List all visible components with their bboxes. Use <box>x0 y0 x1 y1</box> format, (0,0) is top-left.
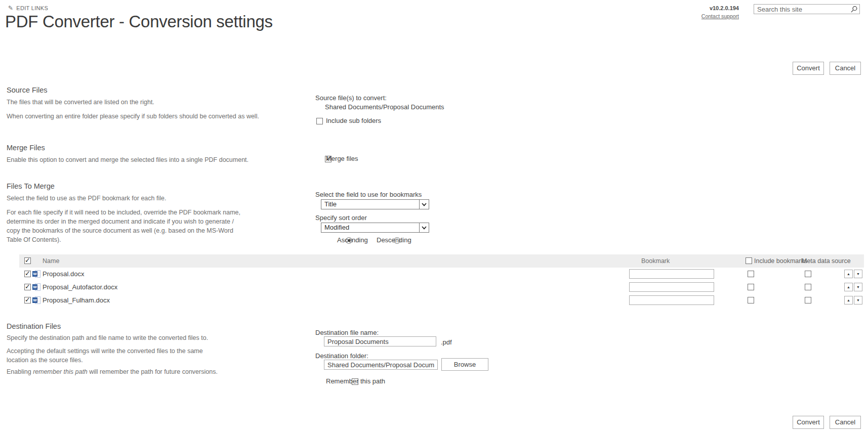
move-down-button[interactable]: ▼ <box>854 296 862 304</box>
bookmark-input[interactable] <box>629 269 714 279</box>
bookmark-input[interactable] <box>629 295 714 305</box>
destination-desc3: Enabling remember this path will remembe… <box>7 367 320 376</box>
destination-folder-label: Destination folder: <box>315 352 368 360</box>
browse-button[interactable]: Browse <box>441 358 488 371</box>
files-table: Name Bookmark Include bookmarks Meta dat… <box>19 254 864 307</box>
contact-support-link[interactable]: Contact support <box>701 13 739 19</box>
pdf-extension-label: .pdf <box>441 338 452 346</box>
source-files-desc1: The files that will be converted are lis… <box>7 98 290 107</box>
select-all-checkbox[interactable] <box>24 257 31 264</box>
table-row: W Proposal.docx ▲ ▼ <box>19 268 864 281</box>
move-up-button[interactable]: ▲ <box>844 270 853 278</box>
search-box <box>754 4 860 14</box>
row-include-bookmarks-checkbox[interactable] <box>748 297 754 303</box>
descending-label[interactable]: Descending <box>377 236 411 244</box>
row-meta-checkbox[interactable] <box>805 271 811 277</box>
source-files-heading: Source Files <box>7 86 48 94</box>
chevron-down-icon[interactable] <box>419 200 429 209</box>
destination-desc2: Accepting the default settings will writ… <box>7 346 225 365</box>
source-files-value: Shared Documents/Proposal Documents <box>325 103 444 111</box>
row-select-checkbox[interactable] <box>24 284 31 290</box>
merge-files-label[interactable]: Merge files <box>326 155 358 162</box>
convert-button-top[interactable]: Convert <box>793 62 824 75</box>
edit-links-button[interactable]: ✎EDIT LINKS <box>8 5 48 12</box>
column-header-bookmark: Bookmark <box>641 254 670 268</box>
row-include-bookmarks-checkbox[interactable] <box>748 271 754 277</box>
column-header-name: Name <box>43 254 59 268</box>
bookmark-field-select[interactable]: Title <box>321 199 429 209</box>
table-row: W Proposal_Autofactor.docx ▲ ▼ <box>19 281 864 294</box>
source-files-label: Source file(s) to convert: <box>315 94 387 102</box>
row-meta-checkbox[interactable] <box>805 297 811 303</box>
up-arrow-icon: ▲ <box>845 283 852 291</box>
up-arrow-icon: ▲ <box>845 270 852 278</box>
sort-order-label: Specify sort order <box>315 214 367 222</box>
file-name: Proposal_Autofactor.docx <box>43 281 117 294</box>
search-icon[interactable] <box>850 6 858 13</box>
file-name: Proposal_Fulham.docx <box>43 294 110 307</box>
row-select-checkbox[interactable] <box>24 297 31 303</box>
up-arrow-icon: ▲ <box>845 296 852 304</box>
bookmark-input[interactable] <box>629 282 714 292</box>
cancel-button-top[interactable]: Cancel <box>830 62 861 75</box>
word-document-icon: W <box>32 270 42 278</box>
files-to-merge-desc2: For each file specify if it will need to… <box>7 208 249 244</box>
ascending-label[interactable]: Ascending <box>337 236 368 244</box>
include-sub-folders-checkbox[interactable] <box>316 118 323 124</box>
move-up-button[interactable]: ▲ <box>844 296 853 304</box>
file-name: Proposal.docx <box>43 268 84 281</box>
pdf-converter-page: { "colors":{ "accent":"#2b579a", "border… <box>0 0 868 435</box>
pencil-icon: ✎ <box>8 5 13 12</box>
remember-this-path-italic: remember this path <box>33 368 88 375</box>
chevron-down-icon[interactable] <box>419 223 429 232</box>
down-arrow-icon: ▼ <box>854 296 862 304</box>
row-include-bookmarks-checkbox[interactable] <box>748 284 754 290</box>
destination-file-name-label: Destination file name: <box>315 329 379 336</box>
files-to-merge-heading: Files To Merge <box>7 182 55 190</box>
row-select-checkbox[interactable] <box>24 271 31 277</box>
column-header-meta-data-source: Meta data source <box>802 254 851 268</box>
destination-files-heading: Destination Files <box>7 322 61 330</box>
remember-path-label[interactable]: Remember this path <box>326 377 385 385</box>
table-row: W Proposal_Fulham.docx ▲ ▼ <box>19 294 864 307</box>
version-label: v10.2.0.194 <box>653 5 739 11</box>
include-sub-folders-label[interactable]: Include sub folders <box>326 117 381 124</box>
down-arrow-icon: ▼ <box>854 270 862 278</box>
move-up-button[interactable]: ▲ <box>844 283 853 291</box>
column-header-include-bookmarks: Include bookmarks <box>754 254 807 268</box>
merge-files-heading: Merge Files <box>7 144 45 152</box>
word-document-icon: W <box>32 283 42 291</box>
sort-order-value: Modified <box>324 223 349 232</box>
destination-desc1: Specify the destination path and file na… <box>7 333 290 342</box>
search-input[interactable] <box>757 5 847 14</box>
down-arrow-icon: ▼ <box>854 283 862 291</box>
sort-order-select[interactable]: Modified <box>321 223 429 233</box>
destination-folder-input[interactable] <box>324 360 438 370</box>
files-table-header: Name Bookmark Include bookmarks Meta dat… <box>19 254 864 268</box>
merge-files-desc: Enable this option to convert and merge … <box>7 155 290 164</box>
row-meta-checkbox[interactable] <box>805 284 811 290</box>
version-block: v10.2.0.194 Contact support <box>653 5 739 20</box>
move-down-button[interactable]: ▼ <box>854 270 862 278</box>
table-rows: W Proposal.docx ▲ ▼ W Proposal_Autofacto… <box>19 268 864 307</box>
cancel-button-bottom[interactable]: Cancel <box>830 416 861 429</box>
include-bookmarks-header-checkbox[interactable] <box>746 257 752 264</box>
bookmark-field-label: Select the field to use for bookmarks <box>315 191 422 198</box>
convert-button-bottom[interactable]: Convert <box>793 416 824 429</box>
page-title: PDF Converter - Conversion settings <box>5 12 273 31</box>
move-down-button[interactable]: ▼ <box>854 283 862 291</box>
edit-links-label: EDIT LINKS <box>16 5 48 11</box>
bookmark-field-value: Title <box>324 200 337 209</box>
source-files-desc2: When converting an entire folder please … <box>7 112 290 121</box>
files-to-merge-desc1: Select the field to use as the PDF bookm… <box>7 194 290 203</box>
word-document-icon: W <box>32 296 42 304</box>
destination-file-name-input[interactable] <box>324 336 436 346</box>
